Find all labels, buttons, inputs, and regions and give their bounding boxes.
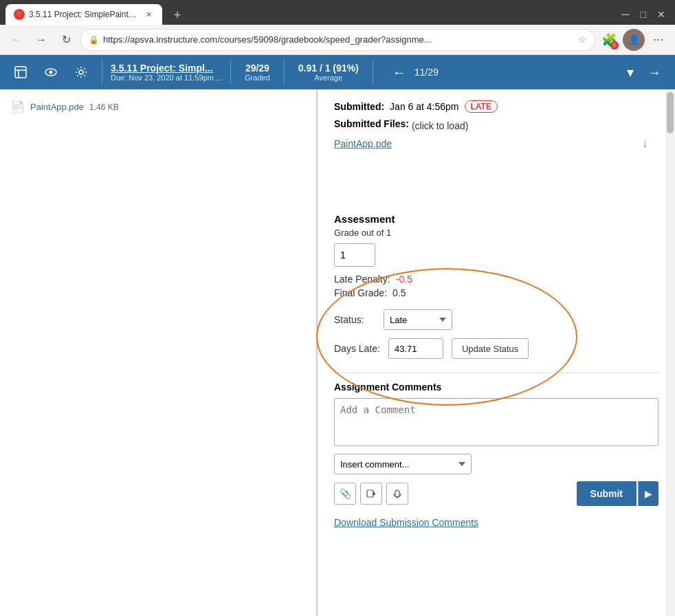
address-bar[interactable]: 🔒 https://apsva.instructure.com/courses/…	[80, 29, 595, 51]
comment-actions: 📎	[334, 481, 659, 506]
maximize-button[interactable]: □	[637, 8, 650, 21]
grade-out-of: Grade out of 1	[334, 228, 659, 238]
svg-rect-6	[367, 490, 373, 497]
submitted-files: Submitted Files: (click to load) PaintAp…	[334, 118, 659, 150]
final-grade-label: Final Grade:	[334, 287, 387, 298]
graded-stat: 29/29 Graded	[239, 63, 276, 82]
status-label: Status:	[334, 314, 375, 325]
days-late-label: Days Late:	[334, 343, 380, 354]
submitted-label: Submitted:	[334, 101, 384, 112]
forward-button[interactable]: →	[30, 29, 52, 51]
comments-title: Assignment Comments	[334, 382, 659, 393]
tab-favicon: 🔴	[14, 9, 25, 20]
student-counter: 11/29	[414, 67, 439, 78]
status-row: Status: Late None Missing Excused	[334, 309, 659, 330]
view-icon-button[interactable]	[38, 60, 63, 85]
svg-marker-7	[373, 492, 375, 496]
assessment-section: Assessment Grade out of 1 Late Penalty: …	[334, 213, 659, 298]
assessment-title: Assessment	[334, 213, 659, 225]
svg-point-5	[79, 70, 83, 74]
download-submission-link[interactable]: Download Submission Comments	[334, 517, 478, 528]
grade-input[interactable]	[334, 243, 375, 267]
reload-button[interactable]: ↻	[55, 29, 77, 51]
main-content: 📄 PaintApp.pde 1.46 KB Submitted: Jan 6 …	[0, 89, 675, 616]
final-grade-row: Final Grade: 0.5	[334, 287, 659, 298]
video-button[interactable]	[360, 483, 382, 505]
insert-comment-select[interactable]: Insert comment...	[334, 454, 472, 474]
tab-close-button[interactable]: ✕	[143, 9, 154, 20]
assignment-title: 3.5.11 Project: Simpl...	[111, 63, 222, 74]
graded-label: Graded	[245, 74, 270, 82]
gradebook-icon	[14, 65, 27, 79]
lock-icon: 🔒	[89, 35, 99, 45]
submit-row: Submit ▶	[577, 481, 659, 506]
url-text: https://apsva.instructure.com/courses/59…	[103, 34, 574, 45]
submitted-files-hint: (click to load)	[412, 120, 468, 131]
nav-forward-button[interactable]: →	[642, 62, 667, 83]
menu-button[interactable]: ⋯	[648, 29, 670, 51]
browser-titlebar: 🔴 3.5.11 Project: SimplePaint (code... ✕…	[0, 0, 675, 25]
submit-arrow-button[interactable]: ▶	[638, 481, 659, 506]
profile-button[interactable]: 👤	[623, 29, 645, 51]
comment-textarea[interactable]	[334, 398, 659, 446]
app-header: 3.5.11 Project: Simpl... Due: Nov 23, 20…	[0, 55, 675, 89]
late-penalty-label: Late Penalty:	[334, 274, 390, 285]
right-content: Submitted: Jan 6 at 4:56pm LATE Submitte…	[318, 89, 675, 539]
gradebook-icon-button[interactable]	[8, 60, 33, 85]
file-item: 📄 PaintApp.pde 1.46 KB	[11, 100, 305, 113]
days-late-input[interactable]	[388, 338, 443, 359]
new-tab-button[interactable]: +	[168, 6, 187, 25]
header-divider-4	[373, 60, 373, 85]
left-panel: 📄 PaintApp.pde 1.46 KB	[0, 89, 318, 616]
close-button[interactable]: ✕	[653, 8, 670, 21]
nav-back-button[interactable]: ←	[387, 62, 412, 83]
download-icon[interactable]: ↓	[642, 138, 648, 150]
settings-icon-button[interactable]	[69, 60, 93, 85]
submitted-files-label: Submitted Files:	[334, 118, 409, 129]
toolbar-right: 🧩 S 👤 ⋯	[598, 29, 670, 51]
assignment-link[interactable]: 3.5.11 Project: Simpl... Due: Nov 23, 20…	[111, 63, 222, 82]
update-status-button[interactable]: Update Status	[452, 338, 529, 359]
browser-toolbar: ← → ↻ 🔒 https://apsva.instructure.com/co…	[0, 25, 675, 55]
svg-rect-0	[15, 67, 26, 78]
right-panel: Submitted: Jan 6 at 4:56pm LATE Submitte…	[318, 89, 675, 616]
attachment-button[interactable]: 📎	[334, 483, 356, 505]
insert-comment-row: Insert comment...	[334, 454, 659, 474]
minimize-button[interactable]: ─	[617, 7, 633, 22]
student-nav: ← 11/29	[387, 62, 439, 83]
gear-icon	[74, 65, 88, 79]
penalty-row: Late Penalty: -0.5	[334, 274, 659, 285]
file-name[interactable]: PaintApp.pde	[30, 102, 84, 112]
scroll-thumb[interactable]	[667, 92, 674, 133]
assignment-due: Due: Nov 23, 2020 at 11:59pm ...	[111, 74, 222, 82]
submitted-value: Jan 6 at 4:56pm	[390, 101, 458, 112]
file-size: 1.46 KB	[89, 102, 119, 112]
submit-button[interactable]: Submit	[577, 481, 637, 506]
status-select[interactable]: Late None Missing Excused	[384, 309, 452, 330]
video-icon	[366, 489, 376, 498]
submission-info: Submitted: Jan 6 at 4:56pm LATE	[334, 100, 659, 113]
back-button[interactable]: ←	[5, 29, 27, 51]
audio-button[interactable]	[386, 483, 408, 505]
days-late-row: Days Late: Update Status	[334, 338, 659, 359]
header-divider-3	[284, 60, 285, 85]
eye-icon	[44, 65, 58, 79]
file-icon: 📄	[11, 100, 25, 113]
nav-dropdown-button[interactable]: ▾	[621, 61, 639, 83]
average-label: Average	[314, 74, 342, 82]
bookmark-icon[interactable]: ☆	[578, 34, 586, 45]
late-badge: LATE	[465, 100, 498, 113]
submitted-file-link[interactable]: PaintApp.pde	[334, 138, 392, 149]
header-divider-1	[102, 60, 102, 85]
audio-icon	[392, 489, 402, 498]
final-grade-value: 0.5	[392, 287, 406, 298]
extension-button[interactable]: 🧩 S	[598, 29, 620, 51]
tab-title: 3.5.11 Project: SimplePaint (code...	[29, 10, 139, 19]
comment-icon-buttons: 📎	[334, 483, 408, 505]
scrollbar[interactable]	[665, 89, 675, 616]
graded-count: 29/29	[245, 63, 269, 74]
header-divider-2	[230, 60, 231, 85]
active-tab[interactable]: 🔴 3.5.11 Project: SimplePaint (code... ✕	[5, 4, 162, 25]
average-stat: 0.91 / 1 (91%) Average	[293, 63, 364, 82]
average-value: 0.91 / 1 (91%)	[298, 63, 359, 74]
